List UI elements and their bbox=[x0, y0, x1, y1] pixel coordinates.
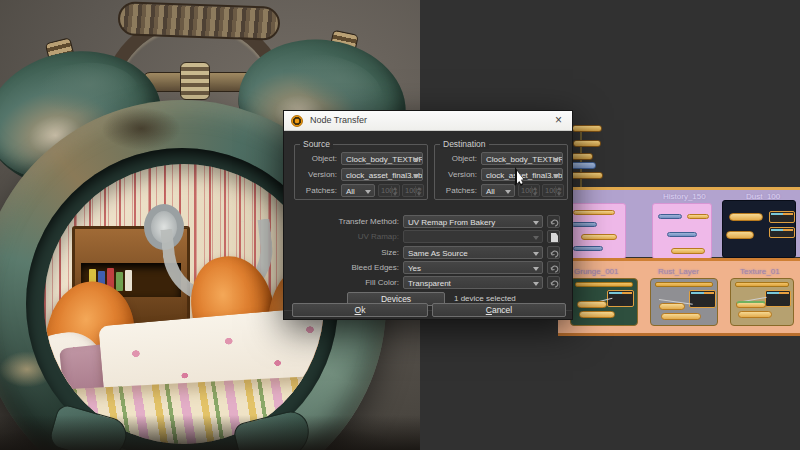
transfer-method-label: Transfer Method: bbox=[284, 215, 399, 228]
source-version-label: Version: bbox=[295, 168, 337, 181]
group-header-bar bbox=[735, 282, 789, 287]
transfer-method-dropdown[interactable]: UV Remap From Bakery bbox=[403, 215, 543, 228]
destination-legend: Destination bbox=[440, 139, 489, 149]
node-transfer-dialog: Node Transfer × Source Object: Clock_bod… bbox=[283, 110, 573, 320]
chevron-down-icon bbox=[553, 158, 559, 162]
graph-node[interactable] bbox=[581, 234, 617, 240]
mouse-cursor bbox=[515, 167, 528, 186]
cancel-button[interactable]: Cancel bbox=[432, 303, 566, 317]
graph-node[interactable] bbox=[661, 313, 701, 320]
graph-node[interactable] bbox=[689, 290, 716, 308]
chevron-down-icon bbox=[533, 267, 539, 271]
graph-node[interactable] bbox=[573, 140, 601, 147]
backdrop-label: Texture_01 bbox=[740, 267, 780, 276]
graph-node[interactable] bbox=[573, 210, 615, 215]
spinner-up-icon bbox=[557, 187, 561, 190]
revert-icon[interactable] bbox=[547, 276, 560, 289]
source-legend: Source bbox=[300, 139, 333, 149]
spinner-up-icon bbox=[533, 187, 537, 190]
file-browse-icon[interactable] bbox=[547, 230, 560, 243]
size-dropdown[interactable]: Same As Source bbox=[403, 246, 543, 259]
source-patches-dropdown[interactable]: All bbox=[341, 184, 375, 197]
chevron-down-icon bbox=[413, 174, 419, 178]
bleed-edges-dropdown[interactable]: Yes bbox=[403, 261, 543, 274]
backdrop-label: Rust_Layer bbox=[658, 267, 699, 276]
spinner-up-icon bbox=[393, 187, 397, 190]
group-header-bar bbox=[575, 282, 633, 287]
graph-node[interactable] bbox=[570, 172, 603, 179]
graph-node[interactable] bbox=[577, 301, 607, 308]
book bbox=[125, 270, 132, 291]
ok-button[interactable]: Ok bbox=[292, 303, 428, 317]
group-node-navy[interactable] bbox=[722, 200, 796, 258]
chevron-down-icon bbox=[413, 158, 419, 162]
backdrop-label: History_150 bbox=[663, 192, 706, 201]
source-version-dropdown[interactable]: clock_asset_final3.obj bbox=[341, 168, 423, 181]
clock-axle-collar bbox=[180, 62, 210, 100]
revert-icon[interactable] bbox=[547, 246, 560, 259]
revert-icon[interactable] bbox=[547, 261, 560, 274]
graph-node[interactable] bbox=[736, 301, 766, 308]
group-node-green[interactable] bbox=[570, 278, 638, 326]
bleed-edges-label: Bleed Edges: bbox=[284, 261, 399, 274]
mari-logo-icon bbox=[291, 115, 303, 127]
backdrop-label: Grunge_001 bbox=[574, 267, 618, 276]
dialog-titlebar[interactable]: Node Transfer × bbox=[284, 111, 572, 131]
clock-face-scene bbox=[44, 164, 324, 444]
source-object-dropdown[interactable]: Clock_body_TEXTURE_ME bbox=[341, 152, 423, 165]
destination-version-label: Version: bbox=[435, 168, 477, 181]
floor-shadow bbox=[0, 415, 420, 450]
clock-handle-coil bbox=[117, 1, 280, 41]
chevron-down-icon bbox=[505, 190, 511, 194]
uv-ramap-dropdown bbox=[403, 230, 543, 243]
graph-node[interactable] bbox=[671, 248, 705, 254]
revert-icon[interactable] bbox=[547, 215, 560, 228]
graph-node[interactable] bbox=[572, 125, 602, 132]
group-node-gray[interactable] bbox=[650, 278, 718, 326]
graph-node[interactable] bbox=[769, 211, 795, 223]
source-patches-label: Patches: bbox=[295, 184, 337, 197]
source-patch-end-spinner[interactable]: 1002 bbox=[402, 184, 424, 197]
book bbox=[116, 272, 123, 291]
group-header-bar bbox=[655, 282, 713, 287]
chevron-down-icon bbox=[533, 282, 539, 286]
graph-node[interactable] bbox=[658, 214, 682, 219]
graph-node[interactable] bbox=[765, 290, 791, 307]
close-icon[interactable]: × bbox=[551, 113, 566, 128]
graph-node[interactable] bbox=[729, 213, 763, 221]
spinner-down-icon bbox=[533, 193, 537, 196]
backdrop-salmon[interactable]: Grunge_001 Rust_Layer Texture_01 bbox=[558, 258, 800, 336]
destination-group: Destination Object: Clock_body_TEXTURE_M… bbox=[434, 144, 568, 200]
graph-node[interactable] bbox=[769, 227, 795, 238]
group-node-pink[interactable] bbox=[566, 203, 626, 259]
graph-node[interactable] bbox=[726, 231, 754, 239]
source-object-label: Object: bbox=[295, 152, 337, 165]
graph-node[interactable] bbox=[579, 311, 615, 318]
destination-patches-dropdown[interactable]: All bbox=[481, 184, 515, 197]
spinner-up-icon bbox=[417, 187, 421, 190]
graph-node[interactable] bbox=[571, 153, 593, 160]
graph-node[interactable] bbox=[573, 246, 603, 251]
source-patch-start-spinner[interactable]: 1001 bbox=[378, 184, 400, 197]
source-group: Source Object: Clock_body_TEXTURE_ME Ver… bbox=[294, 144, 428, 200]
chevron-down-icon bbox=[553, 174, 559, 178]
chevron-down-icon bbox=[533, 236, 539, 240]
uv-ramap-label: UV Ramap: bbox=[284, 230, 399, 243]
group-node-pink[interactable] bbox=[652, 203, 712, 259]
chevron-down-icon bbox=[533, 221, 539, 225]
graph-node[interactable] bbox=[667, 232, 697, 237]
graph-node[interactable] bbox=[687, 214, 709, 219]
spinner-down-icon bbox=[417, 193, 421, 196]
graph-node[interactable] bbox=[571, 222, 597, 227]
graph-node[interactable] bbox=[738, 311, 772, 318]
fill-color-dropdown[interactable]: Transparent bbox=[403, 276, 543, 289]
graph-node[interactable] bbox=[659, 303, 685, 310]
backdrop-purple[interactable]: History_150 Dust_100 bbox=[558, 187, 800, 257]
graph-node[interactable] bbox=[570, 162, 596, 169]
group-node-tan[interactable] bbox=[730, 278, 794, 326]
size-label: Size: bbox=[284, 246, 399, 259]
destination-object-dropdown[interactable]: Clock_body_TEXTURE_ME bbox=[481, 152, 563, 165]
destination-patch-end-spinner[interactable]: 1002 bbox=[542, 184, 564, 197]
destination-patches-label: Patches: bbox=[435, 184, 477, 197]
destination-object-label: Object: bbox=[435, 152, 477, 165]
